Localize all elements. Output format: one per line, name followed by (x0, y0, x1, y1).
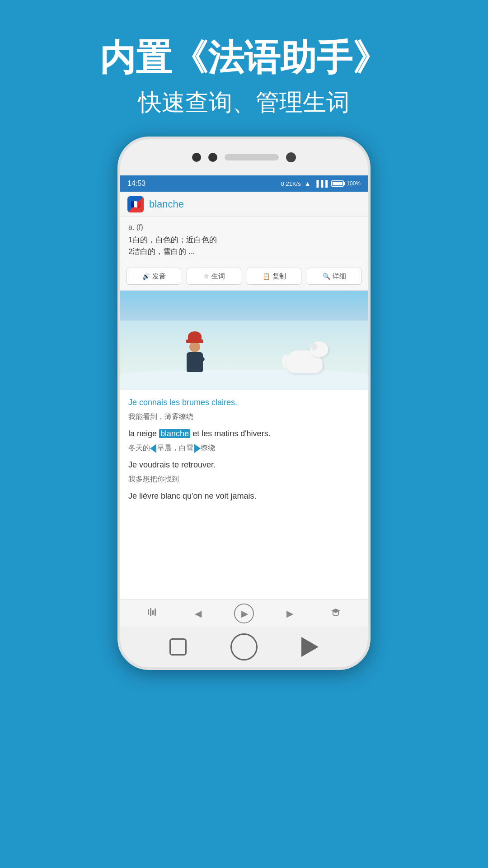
sentence-2-fr: la neige blanche et les matins d'hivers. (128, 428, 360, 440)
mountain-scene (120, 291, 368, 390)
battery-fill (333, 182, 343, 185)
def-line2: 2洁白的，雪白的 ... (128, 246, 360, 258)
status-time: 14:53 (127, 179, 145, 188)
battery-bar (331, 180, 344, 187)
svg-rect-2 (152, 610, 154, 615)
phone-bezel-top (120, 139, 368, 175)
status-speed: 0.21K/s (281, 180, 301, 187)
svg-rect-1 (150, 608, 151, 616)
app-icon: 🇫🇷 (127, 196, 144, 212)
definition-area: a. (f) 1白的，白色的；近白色的 2洁白的，雪白的 ... (120, 217, 368, 263)
dog-head (310, 341, 328, 357)
pronounce-label: 发音 (152, 272, 166, 281)
player-bar: ◀ ▶ ▶ (120, 599, 368, 627)
copy-icon: 📋 (263, 273, 270, 280)
back-button[interactable] (301, 637, 319, 657)
star-icon: ☆ (203, 273, 209, 280)
dog-figure (282, 341, 332, 377)
camera-left (192, 153, 201, 162)
power-button (369, 266, 371, 302)
home-button[interactable] (230, 633, 258, 660)
phone-screen: 14:53 0.21K/s ▲ ▐▐▐ 100% 🇫🇷 blanche (120, 175, 368, 627)
copy-button[interactable]: 📋 复制 (247, 268, 301, 285)
sentence-3-cn: 我多想把你找到 (128, 474, 360, 485)
vocab-button[interactable]: ☆ 生词 (187, 268, 241, 285)
sentences-area: Je connais les brumes claires. 我能看到，薄雾缭绕… (120, 390, 368, 599)
header-title: 内置《法语助手》 (99, 36, 389, 80)
svg-rect-3 (155, 609, 156, 616)
search-word: blanche (149, 198, 184, 210)
wifi-icon: ▲ (305, 180, 311, 187)
play-icon[interactable]: ▶ (234, 604, 254, 623)
pronounce-button[interactable]: 🔊 发音 (127, 268, 181, 285)
camera-center (208, 153, 217, 162)
volume-button (117, 239, 119, 261)
child-hat (188, 331, 202, 341)
action-buttons: 🔊 发音 ☆ 生词 📋 复制 🔍 详细 (120, 263, 368, 291)
equalizer-icon[interactable] (142, 607, 162, 620)
speaker-bar (225, 154, 279, 160)
sentence-1-cn: 我能看到，薄雾缭绕 (128, 411, 360, 422)
sentence-1-fr: Je connais les brumes claires. (128, 396, 360, 409)
detail-button[interactable]: 🔍 详细 (307, 268, 361, 285)
prev-icon[interactable]: ◀ (188, 608, 208, 619)
def-type: a. (f) (128, 223, 360, 231)
highlighted-blanche: blanche (159, 429, 190, 438)
status-bar: 14:53 0.21K/s ▲ ▐▐▐ 100% (120, 175, 368, 192)
selection-cursor-right (194, 444, 201, 453)
vocab-label: 生词 (211, 272, 225, 281)
recent-apps-button[interactable] (169, 638, 187, 656)
graduation-icon[interactable] (326, 607, 346, 620)
detail-label: 详细 (333, 272, 346, 281)
def-line1: 1白的，白色的；近白色的 (128, 234, 360, 246)
child-figure (183, 331, 206, 377)
sentence-3-fr: Je voudrais te retrouver. (128, 459, 360, 471)
word-image (120, 291, 368, 390)
selection-cursor-left (150, 444, 156, 453)
child-arm (192, 352, 205, 363)
sentence-2-cn: 冬天的早晨，白雪缭绕 (128, 443, 360, 453)
phone-mockup: 14:53 0.21K/s ▲ ▐▐▐ 100% 🇫🇷 blanche (117, 137, 371, 670)
next-icon[interactable]: ▶ (280, 608, 300, 619)
volume-icon: 🔊 (142, 273, 150, 280)
battery-indicator: 100% (331, 180, 361, 187)
search-icon: 🔍 (323, 273, 330, 280)
child-body (187, 352, 203, 372)
header-subtitle: 快速查询、管理生词 (99, 87, 389, 118)
search-bar[interactable]: 🇫🇷 blanche (120, 192, 368, 217)
dog-ear (311, 343, 317, 350)
battery-percent: 100% (347, 180, 361, 187)
android-nav (120, 627, 368, 667)
header-area: 内置《法语助手》 快速查询、管理生词 (99, 0, 389, 137)
signal-bars-icon: ▐▐▐ (314, 180, 328, 187)
svg-rect-0 (148, 609, 149, 615)
sentence-4-fr: Je lièvre blanc qu'on ne voit jamais. (128, 490, 360, 502)
copy-label: 复制 (272, 272, 286, 281)
camera-right (286, 152, 296, 162)
status-right: 0.21K/s ▲ ▐▐▐ 100% (281, 180, 361, 187)
phone-cameras (192, 152, 296, 162)
dict-content: a. (f) 1白的，白色的；近白色的 2洁白的，雪白的 ... 🔊 发音 ☆ … (120, 217, 368, 627)
